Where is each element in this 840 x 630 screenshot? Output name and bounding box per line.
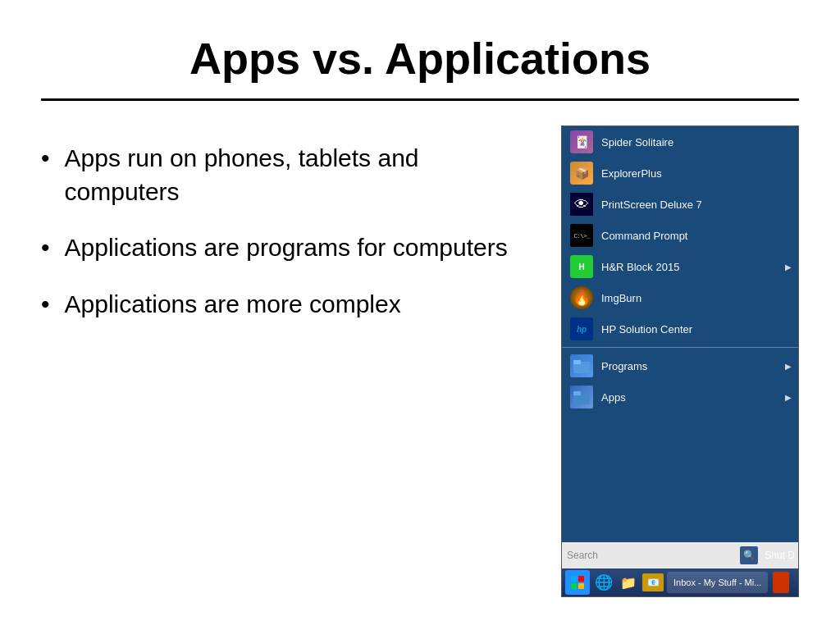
svg-rect-1 xyxy=(573,360,581,364)
taskbar-active-task[interactable]: Inbox - My Stuff - Mi... xyxy=(667,572,768,593)
bullet-item-3: • Applications are more complex xyxy=(41,288,536,322)
content-area: • Apps run on phones, tablets and comput… xyxy=(41,134,799,605)
command-prompt-icon: C:\>_ xyxy=(570,224,593,247)
command-prompt-label: Command Prompt xyxy=(601,230,792,242)
bullet-dot-2: • xyxy=(41,231,50,265)
search-placeholder[interactable]: Search xyxy=(567,550,740,561)
search-bar: Search 🔍 Shut D xyxy=(562,542,799,568)
svg-rect-7 xyxy=(578,583,584,589)
hr-block-icon: H xyxy=(570,255,593,278)
bullet-dot-1: • xyxy=(41,142,50,176)
windows-screenshot: 🃏 Spider Solitaire 📦 ExplorerPlus 👁 Prin… xyxy=(561,126,799,597)
menu-item-hr-block[interactable]: H H&R Block 2015 ▶ xyxy=(562,251,799,282)
explorer-plus-icon: 📦 xyxy=(570,162,593,185)
menu-item-programs[interactable]: Programs ▶ xyxy=(562,350,799,381)
explorer-plus-label: ExplorerPlus xyxy=(601,167,792,180)
menu-separator-1 xyxy=(562,347,799,348)
bullet-item-2: • Applications are programs for computer… xyxy=(41,231,536,265)
imgburn-icon: 🔥 xyxy=(570,286,593,309)
menu-item-printscreen[interactable]: 👁 PrintScreen Deluxe 7 xyxy=(562,189,799,220)
menu-item-imgburn[interactable]: 🔥 ImgBurn xyxy=(562,282,799,313)
bullet-text-1: Apps run on phones, tablets and computer… xyxy=(65,142,536,208)
start-menu: 🃏 Spider Solitaire 📦 ExplorerPlus 👁 Prin… xyxy=(562,126,799,596)
start-button[interactable] xyxy=(565,570,590,595)
menu-items-list: 🃏 Spider Solitaire 📦 ExplorerPlus 👁 Prin… xyxy=(562,126,799,542)
svg-rect-6 xyxy=(571,583,577,589)
apps-arrow: ▶ xyxy=(785,393,792,402)
apps-label: Apps xyxy=(601,391,785,404)
menu-item-hp-solution[interactable]: hp HP Solution Center xyxy=(562,313,799,345)
menu-item-spider-solitaire[interactable]: 🃏 Spider Solitaire xyxy=(562,126,799,158)
hp-solution-label: HP Solution Center xyxy=(601,323,792,336)
taskbar-chrome-icon[interactable]: 🌐 xyxy=(593,572,614,593)
hr-block-label: H&R Block 2015 xyxy=(601,261,785,273)
spider-solitaire-icon: 🃏 xyxy=(570,130,593,153)
taskbar-folder-icon[interactable]: 📁 xyxy=(618,572,639,593)
programs-icon xyxy=(570,354,593,377)
printscreen-icon: 👁 xyxy=(570,193,593,216)
bullet-list: • Apps run on phones, tablets and comput… xyxy=(41,134,536,605)
imgburn-label: ImgBurn xyxy=(601,292,792,304)
printscreen-label: PrintScreen Deluxe 7 xyxy=(601,199,792,211)
programs-arrow: ▶ xyxy=(785,362,792,371)
shutdown-text[interactable]: Shut D xyxy=(765,550,795,561)
taskbar-end-item xyxy=(773,572,789,593)
hp-solution-icon: hp xyxy=(570,317,593,340)
slide: Apps vs. Applications • Apps run on phon… xyxy=(0,0,840,630)
apps-icon xyxy=(570,386,593,409)
bullet-text-2: Applications are programs for computers xyxy=(65,231,508,265)
spider-solitaire-label: Spider Solitaire xyxy=(601,136,792,148)
programs-label: Programs xyxy=(601,360,785,372)
menu-item-command-prompt[interactable]: C:\>_ Command Prompt xyxy=(562,220,799,251)
menu-item-explorer-plus[interactable]: 📦 ExplorerPlus xyxy=(562,158,799,189)
search-button[interactable]: 🔍 xyxy=(740,546,758,564)
svg-rect-5 xyxy=(578,576,584,582)
bullet-item-1: • Apps run on phones, tablets and comput… xyxy=(41,142,536,208)
bullet-text-3: Applications are more complex xyxy=(65,288,401,322)
taskbar: 🌐 📁 📧 Inbox - My Stuff - Mi... xyxy=(562,568,799,596)
slide-title: Apps vs. Applications xyxy=(41,33,799,101)
hr-block-arrow: ▶ xyxy=(785,262,792,272)
svg-rect-4 xyxy=(571,576,577,582)
menu-item-apps[interactable]: Apps ▶ xyxy=(562,381,799,413)
bullet-dot-3: • xyxy=(41,288,50,322)
svg-rect-3 xyxy=(573,391,581,395)
taskbar-mail-icon[interactable]: 📧 xyxy=(642,573,664,591)
